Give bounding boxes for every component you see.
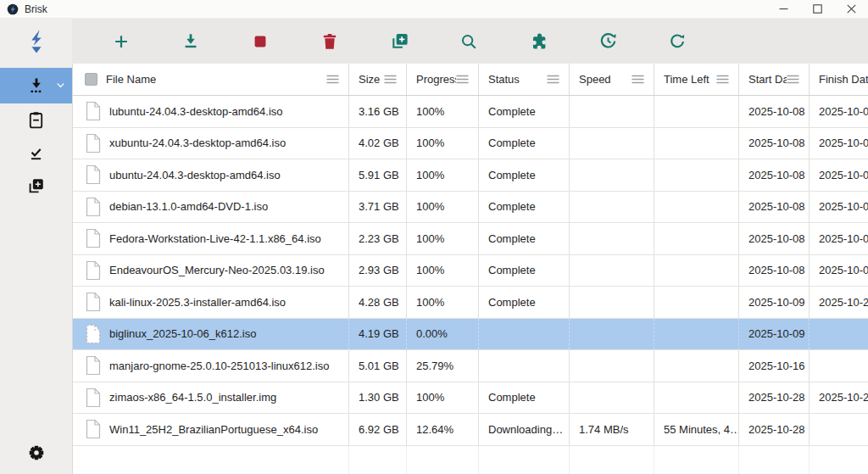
clipboard-icon bbox=[26, 110, 46, 130]
start-date-cell: 2025-10-08 bbox=[739, 128, 810, 159]
column-label: Start Date bbox=[748, 73, 787, 86]
size-cell: 6.92 GB bbox=[349, 414, 407, 445]
menu-lines-icon[interactable] bbox=[384, 75, 397, 84]
header-start-date[interactable]: Start Date bbox=[739, 64, 810, 95]
download-icon bbox=[181, 32, 200, 51]
header-status[interactable]: Status bbox=[479, 64, 570, 95]
finish-date-cell: 2025-10-08 bbox=[810, 192, 868, 223]
file-name: biglinux_2025-10-06_k612.iso bbox=[109, 327, 256, 340]
table-row[interactable]: debian-13.1.0-amd64-DVD-1.iso 3.71 GB 10… bbox=[73, 192, 868, 224]
file-name-cell[interactable]: kali-linux-2025.3-installer-amd64.iso bbox=[73, 287, 349, 318]
menu-lines-icon[interactable] bbox=[716, 75, 729, 84]
file-name-cell[interactable]: manjaro-gnome-25.0.10-251013-linux612.is… bbox=[73, 350, 349, 382]
speed-cell bbox=[570, 223, 654, 254]
size-cell: 5.91 GB bbox=[349, 159, 407, 191]
status-cell: Complete bbox=[479, 382, 570, 414]
table-body: lubuntu-24.04.3-desktop-amd64.iso 3.16 G… bbox=[73, 96, 868, 446]
scheduler-button[interactable] bbox=[598, 31, 618, 52]
file-name-cell[interactable]: Fedora-Workstation-Live-42-1.1.x86_64.is… bbox=[73, 223, 349, 254]
menu-lines-icon[interactable] bbox=[632, 75, 644, 84]
menu-lines-icon[interactable] bbox=[456, 75, 469, 84]
maximize-button[interactable] bbox=[800, 0, 834, 18]
start-downloads-button[interactable] bbox=[181, 31, 201, 52]
stop-icon bbox=[251, 32, 270, 51]
file-name-cell[interactable]: ubuntu-24.04.3-desktop-amd64.iso bbox=[73, 159, 349, 191]
table-row[interactable]: biglinux_2025-10-06_k612.iso 4.19 GB 0.0… bbox=[73, 319, 868, 351]
table-row[interactable]: xubuntu-24.04.3-desktop-amd64.iso 4.02 G… bbox=[73, 128, 868, 160]
header-time-left[interactable]: Time Left bbox=[654, 64, 739, 95]
progress-cell: 100% bbox=[407, 192, 479, 223]
file-name-cell[interactable]: zimaos-x86_64-1.5.0_installer.img bbox=[73, 382, 349, 414]
file-name: zimaos-x86_64-1.5.0_installer.img bbox=[109, 391, 276, 404]
sidebar-spacer bbox=[0, 203, 72, 436]
close-button[interactable] bbox=[834, 0, 868, 18]
time-left-cell bbox=[654, 96, 739, 127]
file-name-cell[interactable]: biglinux_2025-10-06_k612.iso bbox=[73, 319, 349, 350]
header-progress[interactable]: Progress bbox=[407, 64, 479, 95]
header-finish-date[interactable]: Finish Date bbox=[810, 64, 868, 95]
time-left-cell bbox=[654, 159, 739, 191]
file-name-cell[interactable]: EndeavourOS_Mercury-Neo-2025.03.19.iso bbox=[73, 255, 349, 287]
table-row[interactable]: kali-linux-2025.3-installer-amd64.iso 4.… bbox=[73, 287, 868, 319]
speed-cell bbox=[570, 192, 654, 223]
sidebar-item-queues[interactable] bbox=[0, 103, 72, 137]
file-name-cell[interactable]: debian-13.1.0-amd64-DVD-1.iso bbox=[73, 192, 349, 223]
finish-date-cell bbox=[810, 350, 868, 382]
table-row[interactable]: manjaro-gnome-25.0.10-251013-linux612.is… bbox=[73, 350, 868, 382]
delete-download-button[interactable] bbox=[320, 31, 340, 52]
table-row[interactable]: lubuntu-24.04.3-desktop-amd64.iso 3.16 G… bbox=[73, 96, 868, 128]
add-batch-button[interactable] bbox=[389, 31, 409, 52]
file-name-cell[interactable]: xubuntu-24.04.3-desktop-amd64.iso bbox=[73, 128, 349, 159]
search-icon bbox=[459, 32, 478, 51]
refresh-button[interactable] bbox=[667, 31, 687, 52]
settings-button[interactable] bbox=[0, 436, 72, 469]
header-size[interactable]: Size bbox=[349, 64, 407, 95]
progress-cell: 25.79% bbox=[407, 350, 479, 382]
file-name: manjaro-gnome-25.0.10-251013-linux612.is… bbox=[109, 360, 329, 372]
chevron-down-icon[interactable] bbox=[55, 80, 66, 91]
start-date-cell: 2025-10-08 bbox=[739, 159, 810, 191]
sidebar-item-finished[interactable] bbox=[0, 137, 72, 170]
search-button[interactable] bbox=[459, 31, 479, 52]
table-row[interactable]: ubuntu-24.04.3-desktop-amd64.iso 5.91 GB… bbox=[73, 159, 868, 192]
file-name-cell[interactable]: Win11_25H2_BrazilianPortuguese_x64.iso bbox=[73, 414, 349, 445]
app-icon bbox=[7, 3, 19, 15]
table-row[interactable]: zimaos-x86_64-1.5.0_installer.img 1.30 G… bbox=[73, 382, 868, 415]
header-file-name[interactable]: File Name bbox=[73, 64, 349, 95]
progress-cell: 100% bbox=[407, 287, 479, 318]
app-logo-button[interactable] bbox=[0, 19, 72, 64]
speed-cell bbox=[570, 159, 654, 191]
add-batch-icon bbox=[390, 31, 409, 51]
speed-cell bbox=[570, 287, 654, 318]
table-row[interactable]: Win11_25H2_BrazilianPortuguese_x64.iso 6… bbox=[73, 414, 868, 446]
time-left-cell bbox=[654, 255, 739, 287]
menu-lines-icon[interactable] bbox=[787, 75, 799, 84]
finish-date-cell bbox=[810, 414, 868, 445]
plus-icon bbox=[112, 32, 131, 51]
menu-lines-icon[interactable] bbox=[326, 75, 339, 84]
browser-extension-button[interactable] bbox=[528, 31, 548, 52]
sidebar-item-downloads[interactable] bbox=[0, 68, 72, 103]
finish-date-cell: 2025-10-08 bbox=[810, 255, 868, 287]
progress-cell: 12.64% bbox=[407, 414, 479, 445]
start-date-cell: 2025-10-28 bbox=[739, 414, 810, 445]
minimize-button[interactable] bbox=[766, 0, 800, 18]
table-row[interactable]: Fedora-Workstation-Live-42-1.1.x86_64.is… bbox=[73, 223, 868, 255]
file-name-cell[interactable]: lubuntu-24.04.3-desktop-amd64.iso bbox=[73, 96, 349, 127]
status-cell: Complete bbox=[479, 96, 570, 127]
column-label: Size bbox=[359, 73, 380, 86]
time-left-cell bbox=[654, 192, 739, 223]
progress-cell: 100% bbox=[407, 96, 479, 127]
sidebar-item-add-multiple[interactable] bbox=[0, 170, 72, 203]
column-label: File Name bbox=[106, 73, 156, 86]
progress-cell: 100% bbox=[407, 382, 479, 414]
menu-lines-icon[interactable] bbox=[547, 75, 559, 84]
progress-cell: 100% bbox=[407, 159, 479, 191]
add-download-button[interactable] bbox=[111, 31, 131, 52]
header-speed[interactable]: Speed bbox=[570, 64, 654, 95]
stop-downloads-button[interactable] bbox=[250, 31, 270, 52]
select-all-checkbox[interactable] bbox=[85, 73, 97, 86]
file-icon bbox=[85, 260, 102, 281]
table-row[interactable]: EndeavourOS_Mercury-Neo-2025.03.19.iso 2… bbox=[73, 255, 868, 287]
file-name: kali-linux-2025.3-installer-amd64.iso bbox=[109, 296, 286, 309]
